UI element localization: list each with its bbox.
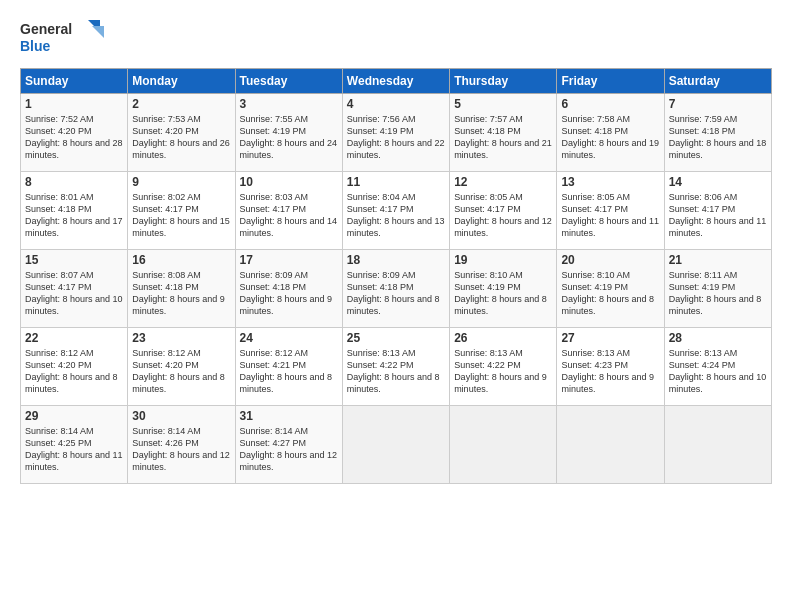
day-details: Sunrise: 8:08 AMSunset: 4:18 PMDaylight:…	[132, 270, 225, 316]
day-details: Sunrise: 8:12 AMSunset: 4:21 PMDaylight:…	[240, 348, 333, 394]
day-number: 28	[669, 331, 767, 345]
svg-text:Blue: Blue	[20, 38, 51, 54]
day-details: Sunrise: 8:14 AMSunset: 4:27 PMDaylight:…	[240, 426, 338, 472]
day-details: Sunrise: 7:55 AMSunset: 4:19 PMDaylight:…	[240, 114, 338, 160]
calendar-day-cell: 12 Sunrise: 8:05 AMSunset: 4:17 PMDaylig…	[450, 172, 557, 250]
calendar-day-cell: 10 Sunrise: 8:03 AMSunset: 4:17 PMDaylig…	[235, 172, 342, 250]
calendar-day-cell	[342, 406, 449, 484]
day-details: Sunrise: 8:13 AMSunset: 4:24 PMDaylight:…	[669, 348, 767, 394]
day-details: Sunrise: 7:59 AMSunset: 4:18 PMDaylight:…	[669, 114, 767, 160]
day-number: 18	[347, 253, 445, 267]
calendar-day-cell: 16 Sunrise: 8:08 AMSunset: 4:18 PMDaylig…	[128, 250, 235, 328]
day-number: 2	[132, 97, 230, 111]
calendar-week-row: 29 Sunrise: 8:14 AMSunset: 4:25 PMDaylig…	[21, 406, 772, 484]
calendar-body: 1 Sunrise: 7:52 AMSunset: 4:20 PMDayligh…	[21, 94, 772, 484]
day-number: 5	[454, 97, 552, 111]
day-details: Sunrise: 7:57 AMSunset: 4:18 PMDaylight:…	[454, 114, 552, 160]
calendar-day-cell: 26 Sunrise: 8:13 AMSunset: 4:22 PMDaylig…	[450, 328, 557, 406]
calendar-week-row: 22 Sunrise: 8:12 AMSunset: 4:20 PMDaylig…	[21, 328, 772, 406]
header: General Blue	[20, 16, 772, 58]
day-number: 27	[561, 331, 659, 345]
calendar-week-row: 8 Sunrise: 8:01 AMSunset: 4:18 PMDayligh…	[21, 172, 772, 250]
calendar-day-cell: 9 Sunrise: 8:02 AMSunset: 4:17 PMDayligh…	[128, 172, 235, 250]
day-number: 14	[669, 175, 767, 189]
day-number: 26	[454, 331, 552, 345]
day-number: 20	[561, 253, 659, 267]
page: General Blue SundayMondayTuesdayWednesda…	[0, 0, 792, 612]
calendar-day-cell: 7 Sunrise: 7:59 AMSunset: 4:18 PMDayligh…	[664, 94, 771, 172]
day-number: 17	[240, 253, 338, 267]
day-details: Sunrise: 8:09 AMSunset: 4:18 PMDaylight:…	[347, 270, 440, 316]
calendar-day-cell: 27 Sunrise: 8:13 AMSunset: 4:23 PMDaylig…	[557, 328, 664, 406]
calendar-day-cell: 3 Sunrise: 7:55 AMSunset: 4:19 PMDayligh…	[235, 94, 342, 172]
day-details: Sunrise: 8:14 AMSunset: 4:26 PMDaylight:…	[132, 426, 230, 472]
day-number: 4	[347, 97, 445, 111]
day-number: 30	[132, 409, 230, 423]
calendar-day-cell: 18 Sunrise: 8:09 AMSunset: 4:18 PMDaylig…	[342, 250, 449, 328]
calendar-header-cell: Saturday	[664, 69, 771, 94]
day-details: Sunrise: 8:06 AMSunset: 4:17 PMDaylight:…	[669, 192, 767, 238]
calendar-day-cell: 8 Sunrise: 8:01 AMSunset: 4:18 PMDayligh…	[21, 172, 128, 250]
day-number: 16	[132, 253, 230, 267]
day-details: Sunrise: 7:56 AMSunset: 4:19 PMDaylight:…	[347, 114, 445, 160]
day-number: 6	[561, 97, 659, 111]
day-number: 29	[25, 409, 123, 423]
calendar-day-cell: 6 Sunrise: 7:58 AMSunset: 4:18 PMDayligh…	[557, 94, 664, 172]
day-details: Sunrise: 8:12 AMSunset: 4:20 PMDaylight:…	[25, 348, 118, 394]
day-details: Sunrise: 7:53 AMSunset: 4:20 PMDaylight:…	[132, 114, 230, 160]
day-details: Sunrise: 8:04 AMSunset: 4:17 PMDaylight:…	[347, 192, 445, 238]
calendar-day-cell: 22 Sunrise: 8:12 AMSunset: 4:20 PMDaylig…	[21, 328, 128, 406]
calendar-day-cell: 19 Sunrise: 8:10 AMSunset: 4:19 PMDaylig…	[450, 250, 557, 328]
day-number: 8	[25, 175, 123, 189]
day-details: Sunrise: 8:10 AMSunset: 4:19 PMDaylight:…	[561, 270, 654, 316]
calendar-day-cell: 17 Sunrise: 8:09 AMSunset: 4:18 PMDaylig…	[235, 250, 342, 328]
calendar-day-cell	[664, 406, 771, 484]
calendar-day-cell: 24 Sunrise: 8:12 AMSunset: 4:21 PMDaylig…	[235, 328, 342, 406]
calendar-day-cell: 29 Sunrise: 8:14 AMSunset: 4:25 PMDaylig…	[21, 406, 128, 484]
day-number: 25	[347, 331, 445, 345]
day-details: Sunrise: 8:11 AMSunset: 4:19 PMDaylight:…	[669, 270, 762, 316]
calendar-week-row: 1 Sunrise: 7:52 AMSunset: 4:20 PMDayligh…	[21, 94, 772, 172]
calendar-header-cell: Tuesday	[235, 69, 342, 94]
calendar-day-cell: 23 Sunrise: 8:12 AMSunset: 4:20 PMDaylig…	[128, 328, 235, 406]
calendar-header-cell: Monday	[128, 69, 235, 94]
day-details: Sunrise: 8:10 AMSunset: 4:19 PMDaylight:…	[454, 270, 547, 316]
calendar-day-cell	[450, 406, 557, 484]
day-details: Sunrise: 8:01 AMSunset: 4:18 PMDaylight:…	[25, 192, 123, 238]
calendar-day-cell: 14 Sunrise: 8:06 AMSunset: 4:17 PMDaylig…	[664, 172, 771, 250]
day-number: 24	[240, 331, 338, 345]
calendar-day-cell: 31 Sunrise: 8:14 AMSunset: 4:27 PMDaylig…	[235, 406, 342, 484]
calendar-day-cell: 11 Sunrise: 8:04 AMSunset: 4:17 PMDaylig…	[342, 172, 449, 250]
day-number: 13	[561, 175, 659, 189]
day-number: 31	[240, 409, 338, 423]
day-number: 9	[132, 175, 230, 189]
day-number: 10	[240, 175, 338, 189]
calendar-day-cell: 4 Sunrise: 7:56 AMSunset: 4:19 PMDayligh…	[342, 94, 449, 172]
day-details: Sunrise: 8:14 AMSunset: 4:25 PMDaylight:…	[25, 426, 123, 472]
day-details: Sunrise: 8:09 AMSunset: 4:18 PMDaylight:…	[240, 270, 333, 316]
calendar-day-cell: 20 Sunrise: 8:10 AMSunset: 4:19 PMDaylig…	[557, 250, 664, 328]
day-details: Sunrise: 8:05 AMSunset: 4:17 PMDaylight:…	[454, 192, 552, 238]
day-number: 3	[240, 97, 338, 111]
day-details: Sunrise: 8:13 AMSunset: 4:23 PMDaylight:…	[561, 348, 654, 394]
day-details: Sunrise: 8:13 AMSunset: 4:22 PMDaylight:…	[454, 348, 547, 394]
logo: General Blue	[20, 16, 110, 58]
calendar-header-cell: Friday	[557, 69, 664, 94]
logo-svg: General Blue	[20, 16, 110, 58]
day-number: 23	[132, 331, 230, 345]
day-details: Sunrise: 8:12 AMSunset: 4:20 PMDaylight:…	[132, 348, 225, 394]
calendar-day-cell: 30 Sunrise: 8:14 AMSunset: 4:26 PMDaylig…	[128, 406, 235, 484]
day-number: 21	[669, 253, 767, 267]
calendar-header-cell: Thursday	[450, 69, 557, 94]
day-number: 1	[25, 97, 123, 111]
day-details: Sunrise: 8:07 AMSunset: 4:17 PMDaylight:…	[25, 270, 123, 316]
calendar-day-cell: 13 Sunrise: 8:05 AMSunset: 4:17 PMDaylig…	[557, 172, 664, 250]
svg-text:General: General	[20, 21, 72, 37]
calendar-day-cell: 21 Sunrise: 8:11 AMSunset: 4:19 PMDaylig…	[664, 250, 771, 328]
day-details: Sunrise: 7:58 AMSunset: 4:18 PMDaylight:…	[561, 114, 659, 160]
day-number: 11	[347, 175, 445, 189]
day-details: Sunrise: 7:52 AMSunset: 4:20 PMDaylight:…	[25, 114, 123, 160]
calendar-header-cell: Sunday	[21, 69, 128, 94]
day-number: 7	[669, 97, 767, 111]
calendar-header-row: SundayMondayTuesdayWednesdayThursdayFrid…	[21, 69, 772, 94]
